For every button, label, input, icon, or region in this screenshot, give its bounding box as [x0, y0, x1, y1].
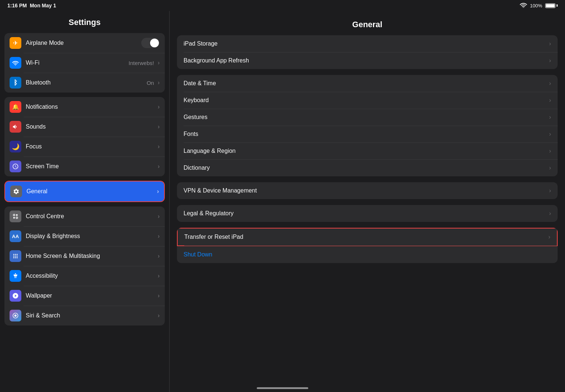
focus-label: Focus	[26, 143, 156, 150]
content-area: General iPad Storage › Background App Re…	[170, 11, 565, 392]
sidebar-item-control-centre[interactable]: Control Centre ›	[4, 206, 165, 226]
fonts-row[interactable]: Fonts ›	[177, 126, 558, 143]
language-region-chevron: ›	[549, 148, 551, 154]
svg-point-4	[13, 217, 15, 219]
ipad-storage-row[interactable]: iPad Storage ›	[177, 35, 558, 52]
vpn-label: VPN & Device Management	[184, 187, 549, 194]
sidebar-item-accessibility[interactable]: Accessibility ›	[4, 266, 165, 286]
control-centre-label: Control Centre	[26, 213, 156, 220]
status-time: 1:16 PM	[7, 3, 27, 8]
svg-point-0	[523, 7, 524, 8]
status-icons: 100%	[520, 3, 558, 9]
wifi-label: Wi-Fi	[26, 60, 128, 66]
home-screen-icon	[10, 250, 21, 262]
language-region-label: Language & Region	[184, 148, 549, 154]
dictionary-label: Dictionary	[184, 165, 549, 171]
display-group: Control Centre › AA Display & Brightness…	[4, 206, 165, 326]
svg-point-9	[13, 256, 14, 257]
svg-point-1	[15, 65, 16, 65]
sidebar-item-screen-time[interactable]: Screen Time ›	[4, 157, 165, 176]
status-date: Mon May 1	[30, 3, 56, 8]
gestures-chevron: ›	[549, 114, 551, 121]
wallpaper-icon	[10, 290, 21, 302]
wallpaper-chevron: ›	[158, 292, 160, 299]
ipad-storage-label: iPad Storage	[184, 40, 549, 47]
svg-point-6	[13, 254, 14, 255]
sidebar-item-notifications[interactable]: 🔔 Notifications ›	[4, 97, 165, 117]
ipad-storage-chevron: ›	[549, 40, 551, 47]
notifications-group: 🔔 Notifications › Sounds › 🌙 Focus ›	[4, 97, 165, 176]
keyboard-label: Keyboard	[184, 97, 549, 104]
accessibility-label: Accessibility	[26, 273, 156, 279]
transfer-reset-row[interactable]: Transfer or Reset iPad ›	[177, 228, 558, 246]
storage-group: iPad Storage › Background App Refresh ›	[177, 35, 558, 69]
svg-point-14	[17, 257, 18, 258]
focus-chevron: ›	[158, 143, 160, 150]
accessibility-chevron: ›	[158, 273, 160, 279]
screen-time-label: Screen Time	[26, 163, 156, 170]
svg-point-2	[13, 214, 15, 216]
airplane-mode-toggle[interactable]	[141, 38, 160, 48]
sidebar-item-focus[interactable]: 🌙 Focus ›	[4, 137, 165, 157]
fonts-label: Fonts	[184, 131, 549, 137]
battery-icon	[545, 3, 558, 8]
svg-point-11	[17, 256, 18, 257]
legal-group: Legal & Regulatory ›	[177, 205, 558, 222]
display-brightness-label: Display & Brightness	[26, 233, 156, 240]
sidebar-title: Settings	[4, 15, 165, 33]
control-centre-chevron: ›	[158, 213, 160, 220]
legal-row[interactable]: Legal & Regulatory ›	[177, 205, 558, 222]
transfer-group: Transfer or Reset iPad › Shut Down	[177, 228, 558, 263]
date-time-row[interactable]: Date & Time ›	[177, 75, 558, 92]
svg-point-12	[13, 257, 14, 258]
sounds-label: Sounds	[26, 123, 156, 130]
gestures-row[interactable]: Gestures ›	[177, 109, 558, 126]
content-title: General	[177, 17, 558, 35]
sidebar-item-siri-search[interactable]: Siri & Search ›	[4, 306, 165, 326]
home-screen-chevron: ›	[158, 253, 160, 259]
dictionary-chevron: ›	[549, 165, 551, 171]
sidebar-item-wallpaper[interactable]: Wallpaper ›	[4, 286, 165, 306]
svg-point-7	[15, 254, 16, 255]
sidebar-item-airplane-mode[interactable]: ✈ Airplane Mode	[4, 33, 165, 53]
sidebar-item-wifi[interactable]: Wi-Fi Interwebs! ›	[4, 53, 165, 73]
transfer-reset-chevron: ›	[548, 234, 550, 240]
svg-point-8	[17, 254, 18, 255]
sidebar-item-display-brightness[interactable]: AA Display & Brightness ›	[4, 226, 165, 246]
wifi-icon	[10, 57, 21, 69]
svg-point-5	[16, 217, 18, 219]
control-centre-icon	[10, 211, 21, 222]
notifications-icon: 🔔	[10, 101, 21, 113]
status-bar: 1:16 PM Mon May 1 100%	[0, 0, 565, 11]
keyboard-chevron: ›	[549, 97, 551, 104]
svg-point-3	[16, 214, 18, 216]
background-refresh-label: Background App Refresh	[184, 57, 549, 64]
connectivity-group: ✈ Airplane Mode Wi-Fi Interwebs! ›	[4, 33, 165, 93]
svg-point-16	[14, 314, 17, 317]
siri-search-chevron: ›	[158, 312, 160, 319]
transfer-reset-label: Transfer or Reset iPad	[184, 234, 548, 240]
sidebar-item-bluetooth[interactable]: ᛒ Bluetooth On ›	[4, 73, 165, 93]
bluetooth-icon: ᛒ	[10, 77, 21, 89]
keyboard-row[interactable]: Keyboard ›	[177, 92, 558, 109]
background-refresh-row[interactable]: Background App Refresh ›	[177, 52, 558, 69]
screen-time-icon	[10, 161, 21, 172]
shut-down-label: Shut Down	[184, 251, 551, 258]
vpn-row[interactable]: VPN & Device Management ›	[177, 182, 558, 199]
battery-percent: 100%	[530, 3, 542, 8]
date-time-chevron: ›	[549, 80, 551, 87]
screen-time-chevron: ›	[158, 163, 160, 170]
vpn-group: VPN & Device Management ›	[177, 182, 558, 199]
language-region-row[interactable]: Language & Region ›	[177, 143, 558, 159]
svg-point-15	[15, 273, 16, 274]
vpn-chevron: ›	[549, 187, 551, 194]
display-brightness-chevron: ›	[158, 233, 160, 240]
background-refresh-chevron: ›	[549, 57, 551, 64]
sidebar-item-sounds[interactable]: Sounds ›	[4, 117, 165, 137]
focus-icon: 🌙	[10, 141, 21, 152]
dictionary-row[interactable]: Dictionary ›	[177, 159, 558, 176]
shut-down-row[interactable]: Shut Down	[177, 246, 558, 263]
gestures-label: Gestures	[184, 114, 549, 121]
sidebar-item-general[interactable]: General ›	[5, 181, 164, 201]
sidebar-item-home-screen[interactable]: Home Screen & Multitasking ›	[4, 246, 165, 266]
